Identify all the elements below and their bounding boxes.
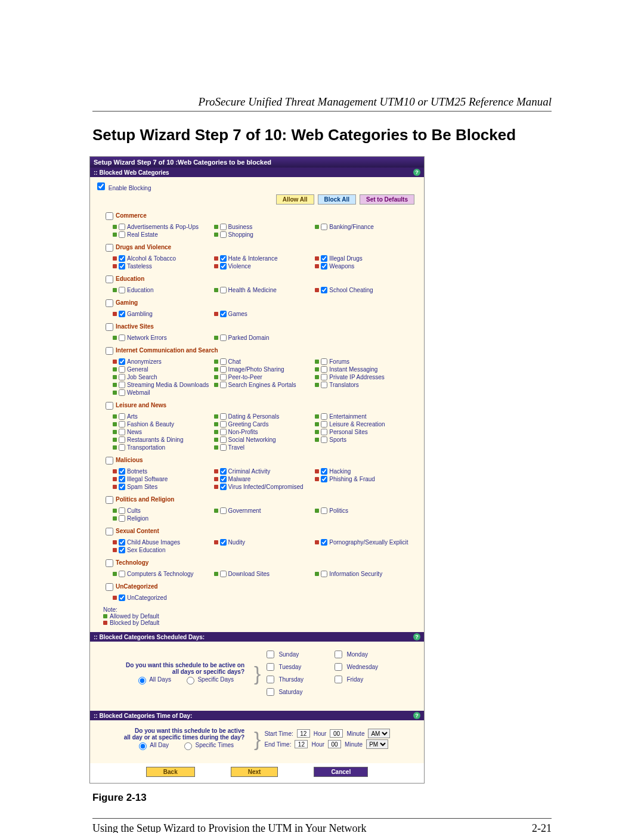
category-item[interactable]: Personal Sites [315,428,416,436]
end-minute-input[interactable] [328,740,341,748]
category-item[interactable]: Religion [113,515,214,522]
category-item[interactable]: Criminal Activity [214,467,315,475]
end-hour-input[interactable] [295,740,308,748]
block-all-button[interactable]: Block All [318,194,356,205]
category-item-checkbox[interactable] [220,436,227,443]
category-item[interactable]: Banking/Finance [315,223,416,231]
help-icon[interactable]: ? [413,712,420,719]
category-head-checkbox[interactable] [106,528,113,535]
category-item-checkbox[interactable] [220,539,227,546]
category-item[interactable]: Spam Sites [113,483,214,491]
category-item[interactable]: Peer-to-Peer [214,373,315,381]
category-item-checkbox[interactable] [220,263,227,270]
radio-all-days[interactable]: All Days [135,676,171,683]
category-item[interactable]: Phishing & Fraud [315,475,416,483]
category-head-checkbox[interactable] [106,402,113,410]
category-item-checkbox[interactable] [321,358,327,365]
category-item-checkbox[interactable] [119,366,125,373]
category-item-checkbox[interactable] [321,255,327,262]
category-item-checkbox[interactable] [119,507,125,514]
category-item-checkbox[interactable] [220,382,227,388]
category-item[interactable]: Instant Messaging [315,366,416,373]
category-item[interactable]: Restaurants & Dining [113,436,214,444]
category-item-checkbox[interactable] [220,374,227,380]
category-item-checkbox[interactable] [119,444,125,451]
category-item-checkbox[interactable] [321,429,327,435]
allow-all-button[interactable]: Allow All [276,194,314,205]
category-item[interactable]: Shopping [214,231,315,239]
day-checkbox-input[interactable] [267,663,274,671]
category-item-checkbox[interactable] [220,311,227,317]
category-item-checkbox[interactable] [119,476,125,482]
category-head-checkbox[interactable] [106,347,113,355]
category-item-checkbox[interactable] [220,421,227,428]
category-item[interactable]: Health & Medicine [214,286,315,294]
cancel-button[interactable]: Cancel [314,767,368,777]
category-item[interactable]: Fashion & Beauty [113,420,214,428]
category-item[interactable]: Entertainment [315,413,416,420]
category-item[interactable]: UnCategorized [113,594,214,602]
category-item-checkbox[interactable] [119,287,125,293]
category-item[interactable]: Search Engines & Portals [214,381,315,389]
category-head[interactable]: Commerce [103,209,419,223]
category-item[interactable]: Information Security [315,570,416,578]
day-checkbox-input[interactable] [267,651,274,658]
category-item-checkbox[interactable] [220,335,227,341]
category-item-checkbox[interactable] [321,263,327,270]
radio-specific-days[interactable]: Specific Days [184,676,234,683]
radio-all-days-input[interactable] [138,677,146,685]
radio-specific-times[interactable]: Specific Times [181,742,234,748]
category-item[interactable]: General [113,366,214,373]
category-item[interactable]: Pornography/Sexually Explicit [315,538,416,546]
category-item-checkbox[interactable] [321,224,327,230]
category-head[interactable]: Internet Communication and Search [103,344,419,358]
category-item[interactable]: Nudity [214,538,315,546]
category-item[interactable]: Greeting Cards [214,420,315,428]
category-item-checkbox[interactable] [119,255,125,262]
category-item-checkbox[interactable] [119,468,125,475]
day-checkbox[interactable]: Thursday [264,674,318,685]
category-item[interactable]: Network Errors [113,334,214,342]
day-checkbox-input[interactable] [335,663,342,671]
radio-specific-days-input[interactable] [187,677,194,685]
day-checkbox[interactable]: Tuesday [264,661,318,673]
category-item[interactable]: Forums [315,358,416,366]
category-head-checkbox[interactable] [106,496,113,504]
help-icon[interactable]: ? [413,633,420,640]
category-item[interactable]: Translators [315,381,416,389]
category-item-checkbox[interactable] [321,382,327,388]
category-item-checkbox[interactable] [119,413,125,420]
category-item[interactable]: Advertisements & Pop-Ups [113,223,214,231]
category-item-checkbox[interactable] [220,255,227,262]
category-item[interactable]: Travel [214,444,315,451]
category-item[interactable]: Government [214,507,315,515]
category-item-checkbox[interactable] [220,429,227,435]
category-item[interactable]: Sports [315,436,416,444]
category-item[interactable]: Computers & Technology [113,570,214,578]
day-checkbox-input[interactable] [267,688,274,696]
category-item[interactable]: Education [113,286,214,294]
category-item-checkbox[interactable] [119,547,125,553]
category-item[interactable]: Social Networking [214,436,315,444]
category-item-checkbox[interactable] [119,429,125,435]
category-item[interactable]: Tasteless [113,262,214,270]
category-item-checkbox[interactable] [321,507,327,514]
category-item-checkbox[interactable] [321,413,327,420]
start-ampm-select[interactable]: AM [368,729,390,738]
day-checkbox[interactable]: Saturday [264,686,318,698]
category-item-checkbox[interactable] [220,476,227,482]
category-item-checkbox[interactable] [220,571,227,577]
category-item-checkbox[interactable] [119,539,125,546]
back-button[interactable]: Back [146,767,195,777]
day-checkbox-input[interactable] [335,651,342,658]
category-item[interactable]: Games [214,310,315,318]
category-head-checkbox[interactable] [106,299,113,307]
category-item[interactable]: Hate & Intolerance [214,255,315,262]
category-head[interactable]: Inactive Sites [103,320,419,334]
category-item-checkbox[interactable] [220,287,227,293]
category-item[interactable]: Arts [113,413,214,420]
radio-all-day-input[interactable] [139,742,147,750]
category-item-checkbox[interactable] [119,335,125,341]
category-item-checkbox[interactable] [321,468,327,475]
category-item[interactable]: Botnets [113,467,214,475]
